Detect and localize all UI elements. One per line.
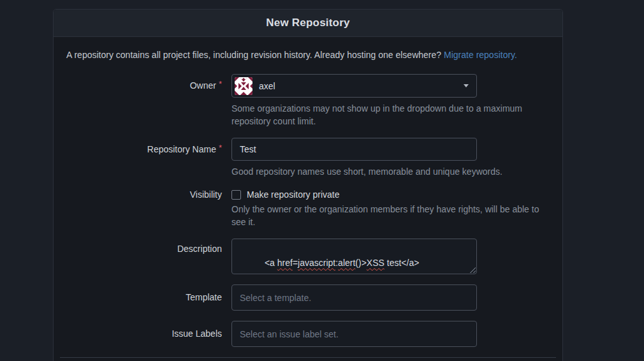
new-repository-card: New Repository A repository contains all… xyxy=(53,9,563,361)
issue-labels-field: Issue Labels Select an issue label set. xyxy=(66,321,550,347)
migrate-repository-link[interactable]: Migrate repository. xyxy=(444,50,517,60)
page-title: New Repository xyxy=(266,17,349,29)
repository-name-input[interactable] xyxy=(231,138,477,161)
template-select[interactable]: Select a template. xyxy=(231,284,477,311)
card-header: New Repository xyxy=(54,10,562,37)
issue-labels-select[interactable]: Select an issue label set. xyxy=(231,321,477,347)
owner-field: Owner* xyxy=(66,74,550,128)
issue-labels-placeholder: Select an issue label set. xyxy=(240,329,339,339)
visibility-help-text: Only the owner or the organization membe… xyxy=(231,203,550,228)
description-field: Description <a href=javascript:alert()>X… xyxy=(66,239,550,274)
owner-help-text: Some organizations may not show up in th… xyxy=(231,102,550,128)
intro-paragraph: A repository contains all project files,… xyxy=(66,48,550,61)
identicon-avatar-icon xyxy=(235,77,252,95)
chevron-down-icon xyxy=(464,84,469,87)
owner-label: Owner* xyxy=(66,74,222,92)
private-checkbox-label[interactable]: Make repository private xyxy=(247,188,340,201)
card-body: A repository contains all project files,… xyxy=(54,37,562,358)
intro-text: A repository contains all project files,… xyxy=(66,50,441,60)
visibility-label: Visibility xyxy=(66,188,222,201)
private-checkbox-row: Make repository private xyxy=(231,188,550,201)
owner-selected-value: axel xyxy=(259,81,464,91)
visibility-field: Visibility Make repository private Only … xyxy=(66,188,550,228)
repository-name-field: Repository Name* Good repository names u… xyxy=(66,138,550,178)
owner-select[interactable]: axel xyxy=(231,74,477,98)
required-asterisk: * xyxy=(219,79,222,89)
repository-name-help-text: Good repository names use short, memorab… xyxy=(231,165,550,178)
private-checkbox[interactable] xyxy=(231,190,241,200)
issue-labels-label: Issue Labels xyxy=(66,321,222,340)
section-divider xyxy=(60,357,556,358)
repository-name-label: Repository Name* xyxy=(66,138,222,156)
description-label: Description xyxy=(66,239,222,255)
template-field: Template Select a template. xyxy=(66,284,550,311)
template-label: Template xyxy=(66,284,222,304)
required-asterisk: * xyxy=(219,143,222,153)
template-placeholder: Select a template. xyxy=(240,293,311,303)
description-textarea[interactable]: <a href=javascript:alert()>XSS test</a> xyxy=(231,239,477,274)
textarea-resize-handle[interactable] xyxy=(469,266,476,273)
